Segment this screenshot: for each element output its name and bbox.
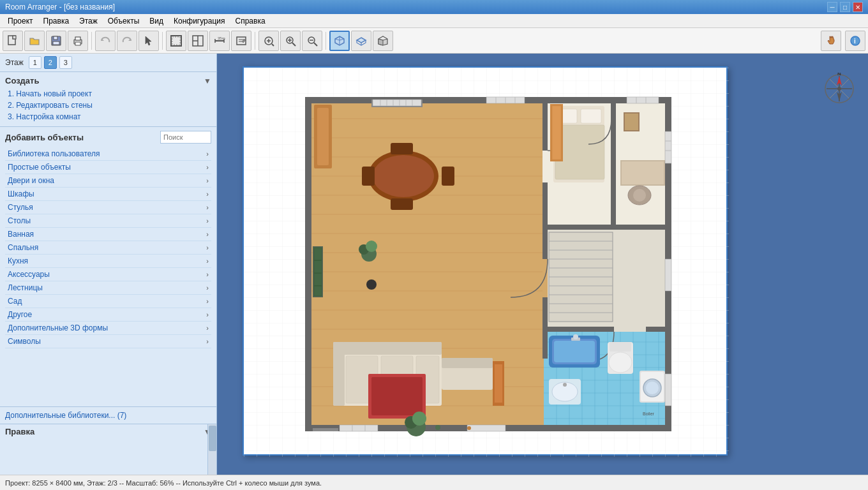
- floor-tabs: Этаж 1 2 3: [0, 54, 216, 72]
- svg-point-167: [563, 383, 567, 387]
- walls-button[interactable]: [166, 31, 186, 51]
- add-objects-section: Добавить объекты Библиотека пользователя…: [0, 127, 216, 406]
- zoom-fit-button[interactable]: [258, 31, 279, 51]
- category-symbols[interactable]: Символы ›: [5, 335, 211, 348]
- svg-rect-12: [172, 37, 180, 45]
- svg-rect-150: [625, 114, 638, 130]
- 3d-render-button[interactable]: [373, 31, 393, 51]
- category-label: Стулья: [8, 203, 33, 212]
- create-item-1[interactable]: 1. Начать новый проект: [5, 88, 211, 100]
- category-stairs[interactable]: Лестницы ›: [5, 281, 211, 295]
- svg-rect-136: [442, 358, 493, 368]
- category-label: Другое: [8, 310, 32, 319]
- svg-rect-103: [542, 151, 548, 182]
- menu-config[interactable]: Конфигурация: [168, 15, 230, 27]
- category-kitchen[interactable]: Кухня ›: [5, 255, 211, 268]
- create-item-2[interactable]: 2. Редактировать стены: [5, 100, 211, 111]
- create-arrow: ▼: [204, 77, 211, 85]
- menu-project[interactable]: Проект: [3, 15, 38, 27]
- measure-button[interactable]: 35m: [209, 31, 230, 51]
- svg-text:Boiler: Boiler: [643, 412, 655, 416]
- category-arrow: ›: [206, 257, 209, 265]
- category-user-library[interactable]: Библиотека пользователя ›: [5, 147, 211, 161]
- open-button[interactable]: [24, 31, 45, 51]
- menu-objects[interactable]: Объекты: [103, 15, 145, 27]
- floor-tab-3[interactable]: 3: [59, 56, 72, 69]
- category-doors-windows[interactable]: Двери и окна ›: [5, 174, 211, 188]
- draw-button[interactable]: [231, 31, 251, 51]
- category-chairs[interactable]: Стулья ›: [5, 201, 211, 214]
- undo-button[interactable]: [95, 31, 116, 51]
- save-button[interactable]: [46, 31, 66, 51]
- additional-libraries[interactable]: Дополнительные библиотеки... (7): [0, 406, 216, 424]
- separator-2: [162, 32, 163, 50]
- category-arrow: ›: [206, 217, 209, 225]
- canvas-area[interactable]: Boiler: [217, 54, 868, 475]
- search-input[interactable]: [160, 131, 211, 144]
- svg-rect-3: [54, 36, 57, 40]
- category-garden[interactable]: Сад ›: [5, 295, 211, 308]
- category-arrow: ›: [206, 230, 209, 238]
- menu-edit[interactable]: Правка: [38, 15, 75, 27]
- category-arrow: ›: [206, 311, 209, 318]
- svg-rect-190: [467, 426, 471, 430]
- edit-section: Правка ▼: [0, 424, 216, 475]
- floor-plan[interactable]: Boiler: [243, 66, 728, 456]
- zoom-in-button[interactable]: [280, 31, 301, 51]
- add-objects-title: Добавить объекты: [5, 133, 84, 142]
- menu-bar: Проект Правка Этаж Объекты Вид Конфигура…: [0, 14, 868, 28]
- svg-rect-140: [495, 364, 502, 403]
- close-button[interactable]: ✕: [853, 2, 863, 12]
- svg-point-144: [412, 412, 426, 426]
- hand-button[interactable]: [821, 31, 841, 51]
- svg-rect-130: [333, 342, 442, 355]
- floor-tab-1[interactable]: 1: [29, 56, 41, 69]
- svg-marker-10: [146, 36, 151, 45]
- svg-rect-180: [665, 259, 671, 291]
- rooms-button[interactable]: [188, 31, 208, 51]
- create-section: Создать ▼ 1. Начать новый проект 2. Реда…: [0, 72, 216, 127]
- category-arrow: ›: [206, 244, 209, 251]
- menu-help[interactable]: Справка: [230, 15, 271, 27]
- separator-1: [91, 32, 92, 50]
- 3d-floor-button[interactable]: [351, 31, 371, 51]
- category-tables[interactable]: Столы ›: [5, 214, 211, 228]
- svg-rect-138: [371, 377, 423, 415]
- svg-point-161: [573, 334, 578, 339]
- maximize-button[interactable]: □: [840, 2, 850, 12]
- edit-scrollbar[interactable]: [207, 424, 216, 475]
- 3d-box-button[interactable]: [329, 31, 350, 51]
- select-button[interactable]: [138, 31, 159, 51]
- category-3d-forms[interactable]: Дополнительные 3D формы ›: [5, 322, 211, 335]
- compass: N: [823, 73, 855, 105]
- category-bathroom[interactable]: Ванная ›: [5, 228, 211, 241]
- svg-rect-101: [542, 259, 548, 297]
- new-button[interactable]: [3, 31, 23, 51]
- svg-rect-1: [13, 36, 16, 39]
- svg-rect-141: [313, 428, 338, 431]
- svg-line-24: [272, 44, 274, 46]
- svg-point-198: [837, 87, 841, 91]
- category-accessories[interactable]: Аксессуары ›: [5, 268, 211, 281]
- minimize-button[interactable]: ─: [827, 2, 837, 12]
- category-bedroom[interactable]: Спальня ›: [5, 241, 211, 255]
- floor-tab-2[interactable]: 2: [44, 56, 57, 69]
- create-item-3[interactable]: 3. Настройка комнат: [5, 111, 211, 122]
- svg-rect-185: [467, 425, 505, 431]
- category-label: Кухня: [8, 256, 28, 265]
- category-label: Библиотека пользователя: [8, 149, 100, 158]
- status-text: Проект: 8255 × 8400 мм, Этаж: 2/3 -- Мас…: [5, 479, 322, 487]
- redo-button[interactable]: [117, 31, 137, 51]
- separator-4: [326, 32, 326, 50]
- menu-view[interactable]: Вид: [144, 15, 168, 27]
- category-label: Символы: [8, 337, 41, 346]
- svg-rect-109: [442, 167, 454, 186]
- zoom-out-button[interactable]: [302, 31, 322, 51]
- category-cabinets[interactable]: Шкафы ›: [5, 188, 211, 201]
- print-button[interactable]: [68, 31, 88, 51]
- info-button[interactable]: i: [845, 31, 865, 51]
- menu-floor[interactable]: Этаж: [74, 15, 103, 27]
- category-simple-objects[interactable]: Простые объекты ›: [5, 161, 211, 174]
- category-other[interactable]: Другое ›: [5, 308, 211, 322]
- svg-rect-159: [554, 341, 595, 362]
